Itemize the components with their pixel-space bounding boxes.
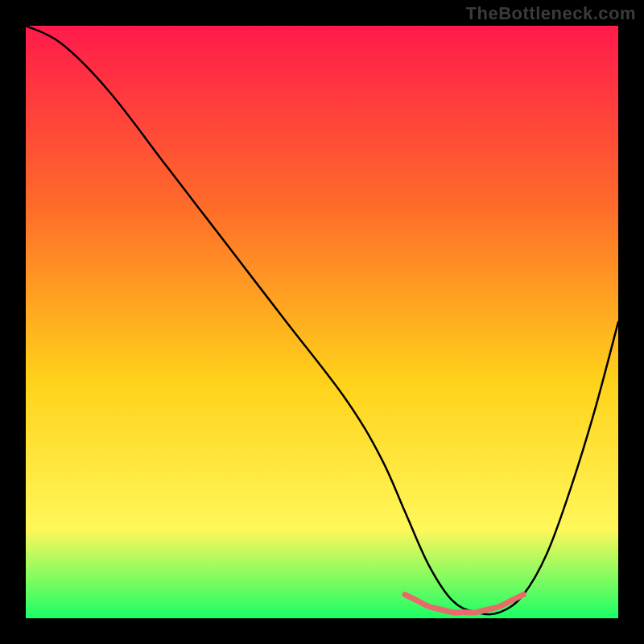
chart-svg (26, 26, 618, 618)
chart-frame: TheBottleneck.com (0, 0, 644, 644)
watermark-text: TheBottleneck.com (466, 3, 636, 24)
gradient-background (26, 26, 618, 618)
plot-area (26, 26, 618, 618)
